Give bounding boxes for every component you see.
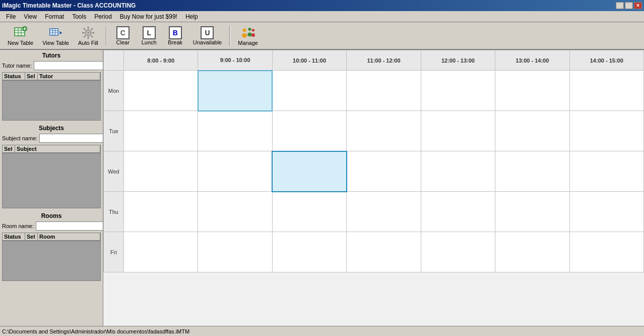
subject-name-field: Subject name: (2, 134, 101, 143)
subjects-list[interactable] (2, 153, 101, 208)
day-thu: Thu (104, 192, 124, 232)
cell-thu-2[interactable] (272, 192, 346, 232)
menu-view[interactable]: View (20, 12, 41, 21)
menu-file[interactable]: File (2, 12, 20, 21)
cell-wed-0[interactable] (124, 151, 198, 192)
break-icon: B (169, 26, 182, 39)
status-text: C:\Documents and Settings\Administrador\… (2, 328, 189, 334)
main-content: Tutors Tutor name: Status Sel Tutor Subj… (0, 50, 644, 326)
clear-icon: C (116, 26, 130, 39)
day-tue: Tue (104, 111, 124, 151)
new-table-label: New Table (8, 40, 33, 46)
cell-fri-6[interactable] (569, 232, 643, 272)
cell-mon-6[interactable] (569, 71, 643, 111)
cell-tue-5[interactable] (495, 111, 569, 151)
lunch-button[interactable]: L Lunch (137, 24, 161, 48)
rooms-list[interactable] (2, 241, 101, 281)
clear-button[interactable]: C Clear (111, 24, 135, 48)
new-table-button[interactable]: New Table (4, 24, 37, 48)
new-table-icon (14, 26, 28, 40)
cell-thu-4[interactable] (421, 192, 495, 232)
timetable: 8:00 - 9:00 9:00 - 10:00 10:00 - 11:00 1… (103, 50, 644, 272)
menu-period[interactable]: Period (90, 12, 116, 21)
cell-wed-6[interactable] (569, 151, 643, 192)
svg-line-22 (91, 28, 93, 30)
time-slot-3: 10:00 - 11:00 (272, 50, 346, 71)
subject-col-sel: Sel (3, 145, 15, 152)
separator-1 (106, 26, 107, 46)
timetable-area: 8:00 - 9:00 9:00 - 10:00 10:00 - 11:00 1… (103, 50, 644, 326)
cell-wed-5[interactable] (495, 151, 569, 192)
room-col-name: Room (38, 233, 100, 240)
cell-thu-5[interactable] (495, 192, 569, 232)
cell-fri-1[interactable] (198, 232, 272, 272)
cell-mon-2[interactable] (272, 71, 346, 111)
time-slot-7: 14:00 - 15:00 (569, 50, 643, 71)
menu-buynow[interactable]: Buy Now for just $99! (116, 12, 181, 21)
cell-mon-4[interactable] (421, 71, 495, 111)
clear-label: Clear (116, 39, 130, 45)
cell-wed-1[interactable] (198, 151, 272, 192)
room-name-input[interactable] (36, 221, 103, 231)
cell-fri-0[interactable] (124, 232, 198, 272)
svg-point-28 (252, 29, 254, 31)
minimize-button[interactable]: – (616, 2, 624, 9)
room-name-field: Room name: (2, 221, 101, 231)
svg-point-15 (87, 32, 89, 34)
tutors-section: Tutors Tutor name: Status Sel Tutor (2, 52, 101, 121)
cell-fri-4[interactable] (421, 232, 495, 272)
cell-mon-3[interactable] (347, 71, 421, 111)
cell-tue-3[interactable] (347, 111, 421, 151)
cell-wed-2[interactable] (272, 151, 346, 192)
subject-col-name: Subject (15, 145, 100, 152)
cell-fri-3[interactable] (347, 232, 421, 272)
time-slot-2: 9:00 - 10:00 (198, 50, 272, 71)
cell-thu-0[interactable] (124, 192, 198, 232)
tutor-table-header: Status Sel Tutor (2, 72, 101, 80)
menu-format[interactable]: Format (41, 12, 68, 21)
table-row: Wed (104, 151, 644, 192)
manage-button[interactable]: Manage (234, 24, 262, 48)
break-label: Break (168, 39, 182, 45)
view-table-button[interactable]: View Table (39, 24, 73, 48)
cell-mon-1[interactable] (198, 71, 272, 111)
cell-thu-1[interactable] (198, 192, 272, 232)
auto-fill-icon (81, 26, 95, 40)
break-button[interactable]: B Break (163, 24, 187, 48)
cell-tue-1[interactable] (198, 111, 272, 151)
menu-tools[interactable]: Tools (68, 12, 90, 21)
cell-fri-2[interactable] (272, 232, 346, 272)
cell-tue-0[interactable] (124, 111, 198, 151)
svg-point-27 (247, 32, 252, 36)
subject-table-header: Sel Subject (2, 145, 101, 153)
close-button[interactable]: ✕ (634, 2, 642, 9)
menu-help[interactable]: Help (181, 12, 202, 21)
svg-point-24 (243, 28, 246, 32)
room-table-header: Status Sel Room (2, 233, 101, 241)
cell-tue-4[interactable] (421, 111, 495, 151)
cell-tue-6[interactable] (569, 111, 643, 151)
tutor-name-input[interactable] (34, 61, 103, 70)
maximize-button[interactable]: □ (625, 2, 633, 9)
day-fri: Fri (104, 232, 124, 272)
svg-point-25 (242, 33, 247, 37)
title-bar: iMagic Timetable Master - Class ACCOUNTI… (0, 0, 644, 11)
table-row: Fri (104, 232, 644, 272)
cell-thu-6[interactable] (569, 192, 643, 232)
cell-wed-4[interactable] (421, 151, 495, 192)
subject-name-input[interactable] (39, 134, 103, 143)
title-bar-controls[interactable]: – □ ✕ (616, 2, 642, 9)
cell-thu-3[interactable] (347, 192, 421, 232)
room-col-sel: Sel (25, 233, 38, 240)
day-wed: Wed (104, 151, 124, 192)
tutor-name-label: Tutor name: (2, 63, 32, 69)
tutor-list[interactable] (2, 80, 101, 121)
cell-mon-5[interactable] (495, 71, 569, 111)
cell-fri-5[interactable] (495, 232, 569, 272)
room-col-status: Status (3, 233, 25, 240)
cell-tue-2[interactable] (272, 111, 346, 151)
cell-wed-3[interactable] (347, 151, 421, 192)
auto-fill-button[interactable]: Auto Fill (75, 24, 102, 48)
cell-mon-0[interactable] (124, 71, 198, 111)
unavailable-button[interactable]: U Unavailable (189, 24, 225, 48)
